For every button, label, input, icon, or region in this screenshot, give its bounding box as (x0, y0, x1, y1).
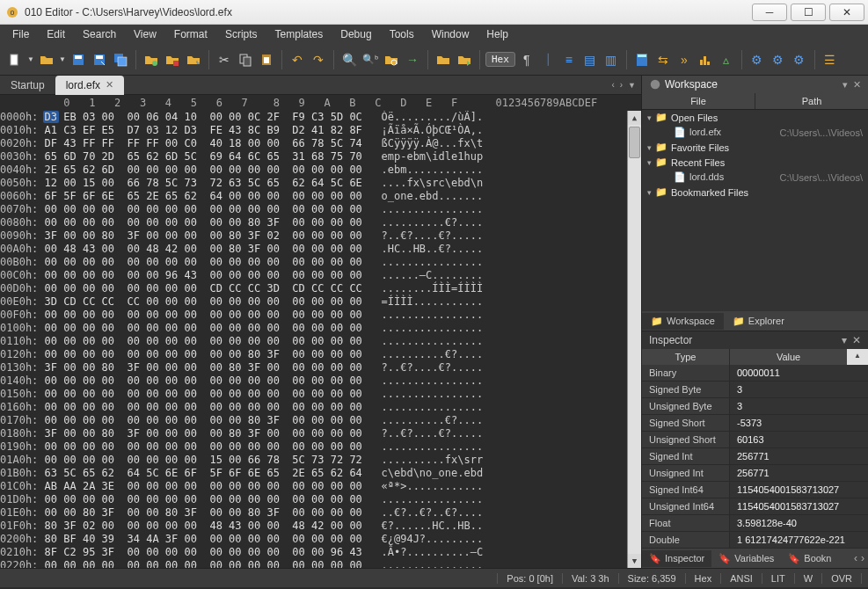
hex-row[interactable]: 01F0h: 80 3F 02 00 00 00 00 00 48 43 00 … (0, 520, 627, 533)
inspector-row[interactable]: Double1 61217424777622e-221 (642, 532, 868, 549)
maximize-button[interactable]: ☐ (791, 4, 826, 21)
pilcrow-icon[interactable]: ¶ (517, 50, 536, 69)
calculator-icon[interactable] (632, 50, 652, 69)
inspector-row[interactable]: Unsigned Short60163 (642, 432, 868, 448)
tab-prev-icon[interactable]: ‹ (611, 80, 614, 90)
cut-icon[interactable]: ✂ (215, 50, 234, 69)
inspector-body[interactable]: Binary00000011Signed Byte3Unsigned Byte3… (642, 365, 868, 549)
open-template-icon[interactable] (434, 50, 453, 69)
undo-icon[interactable]: ↶ (288, 50, 307, 69)
menu-edit[interactable]: Edit (38, 25, 74, 43)
compare-icon[interactable]: ⇆ (653, 50, 673, 69)
find-icon[interactable]: 🔍 (339, 50, 359, 69)
checksum-icon[interactable]: ▵ (717, 50, 736, 69)
hex-row[interactable]: 0110h: 00 00 00 00 00 00 00 00 00 00 00 … (0, 335, 627, 348)
tab-list-icon[interactable]: ▼ (628, 81, 636, 90)
menu-templates[interactable]: Templates (266, 25, 332, 43)
hex-row[interactable]: 0070h: 00 00 00 00 00 00 00 00 00 00 00 … (0, 203, 627, 216)
close-panel-icon[interactable]: ✕ (853, 79, 861, 91)
tree-file[interactable]: 📄lord.ddsC:\Users\...\Videos\ (642, 170, 868, 185)
hex-row[interactable]: 00E0h: 3D CD CC CC CC 00 00 00 00 00 00 … (0, 295, 627, 309)
status-size[interactable]: Size: 6,359 (618, 573, 686, 584)
inspector-row[interactable]: Unsigned Int256771 (642, 465, 868, 482)
hex-row[interactable]: 0030h: 65 6D 70 2D 65 62 6D 5C 69 64 6C … (0, 150, 627, 164)
hex-row[interactable]: 0010h: A1 C3 EF E5 D7 03 12 D3 FE 43 8C … (0, 124, 627, 137)
tab-inspector[interactable]: 🔖Inspector (642, 550, 711, 567)
inspector-row[interactable]: Unsigned Int641154054001583713027 (642, 498, 868, 515)
menu-view[interactable]: View (125, 25, 165, 43)
hex-row[interactable]: 0050h: 12 00 15 00 66 78 5C 73 72 63 5C … (0, 177, 627, 190)
paste-icon[interactable] (257, 50, 276, 69)
tree-folder[interactable]: ▾📁Bookmarked Files (642, 185, 868, 200)
hex-row[interactable]: 0200h: 80 BF 40 39 34 4A 3F 00 00 00 00 … (0, 533, 627, 546)
menu-window[interactable]: Window (423, 25, 478, 43)
hex-row[interactable]: 01D0h: 00 00 00 00 00 00 00 00 00 00 00 … (0, 493, 627, 506)
inspector-row[interactable]: Binary00000011 (642, 365, 868, 382)
status-hex[interactable]: Hex (685, 573, 722, 584)
hex-mode-button[interactable]: Hex (485, 52, 515, 67)
last-icon[interactable]: ☰ (821, 50, 840, 69)
hex-row[interactable]: 0160h: 00 00 00 00 00 00 00 00 00 00 00 … (0, 401, 627, 414)
inspector-row[interactable]: Unsigned Byte3 (642, 398, 868, 415)
hex-row[interactable]: 00C0h: 00 00 00 00 00 00 96 43 00 00 00 … (0, 269, 627, 282)
inspector-pin-icon[interactable]: ▾ (842, 334, 847, 346)
histogram-icon[interactable] (696, 50, 715, 69)
tab-lord-efx[interactable]: lord.efx ✕ (55, 76, 124, 95)
open-icon[interactable] (37, 50, 56, 69)
inspector-row[interactable]: Signed Int256771 (642, 448, 868, 465)
inspector-row[interactable]: Float3.598128e-40 (642, 515, 868, 532)
tree-file[interactable]: 📄lord.efxC:\Users\...\Videos\ (642, 125, 868, 140)
hex-row[interactable]: 00B0h: 00 00 00 00 00 00 00 00 00 00 00 … (0, 256, 627, 269)
tab-explorer[interactable]: 📁Explorer (724, 313, 793, 330)
hex-row[interactable]: 0040h: 2E 65 62 6D 00 00 00 00 00 00 00 … (0, 164, 627, 177)
close-button[interactable]: ✕ (829, 4, 864, 21)
menu-help[interactable]: Help (478, 25, 517, 43)
insp-next-icon[interactable]: › (861, 552, 864, 564)
open-process-icon[interactable] (163, 50, 182, 69)
hex-row[interactable]: 0150h: 00 00 00 00 00 00 00 00 00 00 00 … (0, 388, 627, 401)
tree-folder[interactable]: ▾📁Recent Files (642, 155, 868, 170)
pin-icon[interactable]: ▾ (842, 79, 848, 91)
scroll-up-icon[interactable]: ▲ (628, 111, 641, 125)
status-val[interactable]: Val: 3 3h (562, 573, 619, 584)
gear1-icon[interactable]: ⚙ (748, 50, 767, 69)
hex-row[interactable]: 01C0h: AB AA 2A 3E 00 00 00 00 00 00 00 … (0, 480, 627, 493)
hex-row[interactable]: 00D0h: 00 00 00 00 00 00 00 00 CD CC CC … (0, 282, 627, 295)
hex-body[interactable]: 0000h: D3 EB 03 00 00 06 04 10 00 00 0C … (0, 111, 641, 568)
inspector-row[interactable]: Signed Int641154054001583713027 (642, 482, 868, 498)
inspector-row[interactable]: Signed Short-5373 (642, 415, 868, 432)
gear3-icon[interactable]: ⚙ (790, 50, 809, 69)
hex-row[interactable]: 00A0h: 00 48 43 00 00 48 42 00 00 80 3F … (0, 243, 627, 256)
goto-icon[interactable]: → (403, 50, 422, 69)
scrollbar[interactable]: ▲ ▼ (627, 111, 641, 568)
hex-row[interactable]: 0080h: 00 00 00 00 00 00 00 00 00 00 80 … (0, 216, 627, 229)
bookmark-icon[interactable]: » (675, 50, 694, 69)
inspector-close-icon[interactable]: ✕ (852, 334, 861, 346)
tree-folder[interactable]: ▾📁Open Files (642, 110, 868, 125)
menu-file[interactable]: File (4, 25, 38, 43)
open-drive-icon[interactable] (142, 50, 161, 69)
menu-search[interactable]: Search (74, 25, 125, 43)
bars2-icon[interactable]: ▥ (602, 50, 621, 69)
close-icon[interactable]: ✕ (106, 79, 113, 91)
new-icon[interactable] (5, 50, 25, 69)
tab-variables[interactable]: 🔖Variables (711, 550, 781, 567)
hex-row[interactable]: 0210h: 8F C2 95 3F 00 00 00 00 00 00 00 … (0, 546, 627, 559)
hex-row[interactable]: 0120h: 00 00 00 00 00 00 00 00 00 00 80 … (0, 348, 627, 361)
hex-row[interactable]: 0140h: 00 00 00 00 00 00 00 00 00 00 00 … (0, 374, 627, 388)
tree-folder[interactable]: ▾📁Favorite Files (642, 140, 868, 155)
open-dropdown-icon[interactable]: ▼ (58, 50, 67, 69)
tab-bookmarks[interactable]: 🔖Bookn (781, 550, 838, 567)
status-w[interactable]: W (794, 573, 822, 584)
scroll-down-icon[interactable]: ▼ (628, 554, 641, 568)
hex-row[interactable]: 01A0h: 00 00 00 00 00 00 00 00 15 00 66 … (0, 454, 627, 467)
menu-debug[interactable]: Debug (332, 25, 380, 43)
hex-row[interactable]: 0180h: 3F 00 00 80 3F 00 00 00 00 80 3F … (0, 427, 627, 440)
tab-workspace[interactable]: 📁Workspace (642, 313, 724, 330)
hex-row[interactable]: 0130h: 3F 00 00 80 3F 00 00 00 00 80 3F … (0, 361, 627, 374)
minimize-button[interactable]: ─ (752, 4, 787, 21)
save-icon[interactable] (69, 50, 88, 69)
save-as-icon[interactable] (90, 50, 109, 69)
hex-row[interactable]: 01E0h: 00 00 80 3F 00 00 80 3F 00 00 80 … (0, 506, 627, 520)
status-pos[interactable]: Pos: 0 [0h] (497, 573, 563, 584)
